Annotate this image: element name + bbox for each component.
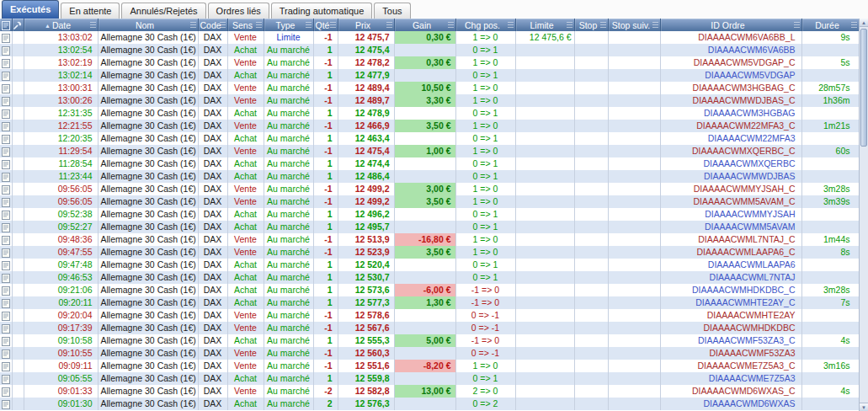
column-header-stop-suiv[interactable]: Stop suiv. [608,19,660,31]
order-note-icon[interactable] [2,285,10,295]
table-row[interactable]: 09:09:11 Allemagne 30 Cash (1€) DAX Vent… [0,360,859,372]
column-header-id[interactable]: ID Ordre [660,19,801,31]
column-header-sens[interactable]: Sens [227,19,264,31]
table-row[interactable]: 13:02:54 Allemagne 30 Cash (1€) DAX Acha… [0,44,859,56]
order-note-icon[interactable] [2,146,10,156]
order-note-icon[interactable] [2,32,10,42]
table-row[interactable]: 09:20:11 Allemagne 30 Cash (1€) DAX Acha… [0,296,859,309]
header-menu-icon[interactable] [600,22,606,28]
header-menu-icon[interactable] [567,22,572,28]
order-note-icon[interactable] [2,259,10,270]
table-row[interactable]: 09:48:36 Allemagne 30 Cash (1€) DAX Vent… [0,233,859,246]
order-note-icon[interactable] [2,133,10,143]
tab-tous[interactable]: Tous [374,3,410,19]
tab-annules-rejetes[interactable]: Annulés/Rejetés [121,3,205,19]
order-note-icon[interactable] [2,398,10,408]
table-row[interactable]: 13:02:19 Allemagne 30 Cash (1€) DAX Vent… [0,56,859,69]
order-note-icon[interactable] [2,108,10,118]
table-row[interactable]: 09:21:06 Allemagne 30 Cash (1€) DAX Acha… [0,284,859,296]
column-header-stop[interactable]: Stop [574,19,608,31]
table-row[interactable]: 09:17:39 Allemagne 30 Cash (1€) DAX Vent… [0,322,859,334]
order-note-icon[interactable] [2,209,10,219]
tab-executes[interactable]: Exécutés [2,0,59,19]
table-row[interactable]: 11:23:44 Allemagne 30 Cash (1€) DAX Acha… [0,170,859,183]
table-row[interactable]: 13:02:14 Allemagne 30 Cash (1€) DAX Acha… [0,69,859,82]
column-header-duree[interactable]: Durée [801,19,859,31]
column-header-type[interactable]: Type [264,19,313,31]
order-note-icon[interactable] [2,120,10,131]
table-row[interactable]: 09:47:48 Allemagne 30 Cash (1€) DAX Acha… [0,259,859,271]
column-header-prix[interactable]: Prix [338,19,394,31]
table-row[interactable]: 09:56:05 Allemagne 30 Cash (1€) DAX Vent… [0,183,859,195]
order-note-icon[interactable] [2,297,10,307]
scrollbar-thumb[interactable] [860,29,867,147]
table-row[interactable]: 09:01:30 Allemagne 30 Cash (1€) DAX Acha… [0,398,859,410]
header-menu-icon[interactable] [386,22,392,28]
order-note-icon[interactable] [2,310,10,320]
header-menu-icon[interactable] [306,22,312,28]
column-header-code[interactable]: Code [198,19,227,31]
header-menu-icon[interactable] [220,22,226,28]
column-header-nom[interactable]: Nom [98,19,198,31]
order-note-icon[interactable] [2,45,10,55]
table-row[interactable]: 11:28:54 Allemagne 30 Cash (1€) DAX Acha… [0,157,859,170]
header-menu-icon[interactable] [508,22,514,28]
column-header-date[interactable]: ▲Date [24,19,98,31]
scroll-up-icon[interactable]: ▲ [860,19,868,27]
table-row[interactable]: 09:46:53 Allemagne 30 Cash (1€) DAX Acha… [0,271,859,284]
table-row[interactable]: 13:00:26 Allemagne 30 Cash (1€) DAX Vent… [0,94,859,107]
header-menu-icon[interactable] [448,22,454,28]
tab-en-attente[interactable]: En attente [61,3,120,19]
header-menu-icon[interactable] [330,22,336,28]
scroll-down-icon[interactable]: ▼ [860,403,868,411]
tab-trading-automatique[interactable]: Trading automatique [271,3,373,19]
order-note-icon[interactable] [2,95,10,105]
tab-ordres-lies[interactable]: Ordres liés [208,3,269,19]
table-row[interactable]: 11:29:54 Allemagne 30 Cash (1€) DAX Vent… [0,145,859,157]
table-row[interactable]: 09:05:55 Allemagne 30 Cash (1€) DAX Acha… [0,372,859,385]
order-note-icon[interactable] [2,184,10,194]
header-menu-icon[interactable] [851,22,857,28]
order-note-icon[interactable] [2,373,10,383]
header-menu-icon[interactable] [794,22,800,28]
table-row[interactable]: 13:03:02 Allemagne 30 Cash (1€) DAX Vent… [0,31,859,44]
vertical-scrollbar[interactable]: ▲ ▼ [859,19,868,411]
table-row[interactable]: 12:20:35 Allemagne 30 Cash (1€) DAX Acha… [0,132,859,145]
column-header-tools[interactable] [12,19,24,31]
order-note-icon[interactable] [2,360,10,371]
table-row[interactable]: 09:01:33 Allemagne 30 Cash (1€) DAX Vent… [0,385,859,398]
table-row[interactable]: 09:47:55 Allemagne 30 Cash (1€) DAX Vent… [0,246,859,259]
table-row[interactable]: 09:52:38 Allemagne 30 Cash (1€) DAX Acha… [0,208,859,221]
header-menu-icon[interactable] [256,22,262,28]
order-note-icon[interactable] [2,158,10,168]
order-note-icon[interactable] [2,323,10,333]
header-menu-icon[interactable] [190,22,196,28]
table-row[interactable]: 13:00:31 Allemagne 30 Cash (1€) DAX Vent… [0,82,859,94]
table-row[interactable]: 12:21:55 Allemagne 30 Cash (1€) DAX Vent… [0,120,859,132]
table-row[interactable]: 09:10:55 Allemagne 30 Cash (1€) DAX Vent… [0,347,859,360]
table-row[interactable]: 09:52:27 Allemagne 30 Cash (1€) DAX Acha… [0,221,859,233]
order-note-icon[interactable] [2,234,10,244]
order-note-icon[interactable] [2,222,10,232]
order-note-icon[interactable] [2,348,10,358]
column-header-qte[interactable]: Qté [313,19,338,31]
table-row[interactable]: 09:56:05 Allemagne 30 Cash (1€) DAX Vent… [0,195,859,208]
order-note-icon[interactable] [2,57,10,67]
order-note-icon[interactable] [2,335,10,345]
table-row[interactable]: 09:20:04 Allemagne 30 Cash (1€) DAX Vent… [0,309,859,322]
column-header-chg[interactable]: Chg pos. [455,19,515,31]
order-note-icon[interactable] [2,196,10,206]
order-note-icon[interactable] [2,83,10,93]
table-row[interactable]: 09:10:58 Allemagne 30 Cash (1€) DAX Acha… [0,334,859,347]
order-note-icon[interactable] [2,386,10,396]
order-note-icon[interactable] [2,171,10,181]
order-note-icon[interactable] [2,70,10,80]
order-note-icon[interactable] [2,247,10,257]
column-header-details[interactable] [0,19,12,31]
column-header-limite[interactable]: Limite [515,19,574,31]
order-note-icon[interactable] [2,272,10,282]
column-header-gain[interactable]: Gain [394,19,455,31]
header-menu-icon[interactable] [90,22,96,28]
header-menu-icon[interactable] [652,22,658,28]
table-row[interactable]: 12:31:35 Allemagne 30 Cash (1€) DAX Acha… [0,107,859,120]
